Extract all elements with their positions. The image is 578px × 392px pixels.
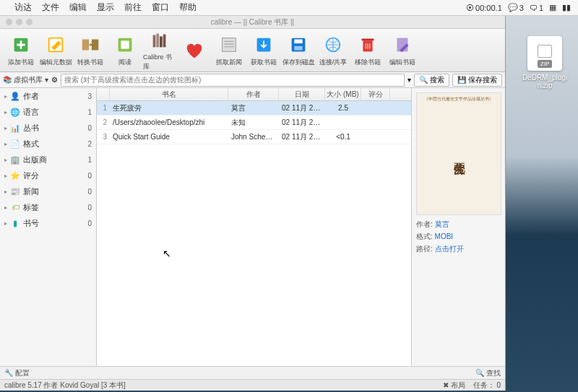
toolbar-connect-share[interactable]: 连接/共享 [316,32,350,69]
menu-help[interactable]: 帮助 [179,1,197,14]
search-dropdown-icon[interactable]: ▾ [407,76,411,84]
col-rating[interactable]: 评分 [361,88,390,100]
svg-rect-16 [294,40,302,44]
detail-panel: 《中国当代最佳文学作品珍藏丛书》 生死疲劳 作者: 莫言格式: MOBI路径: … [411,88,505,366]
edit-book-icon [391,33,414,56]
menu-go[interactable]: 前往 [124,1,142,14]
fetch-news-icon [217,33,241,56]
menu-window[interactable]: 窗口 [152,1,169,14]
menu-app[interactable]: 访达 [14,1,32,14]
svg-rect-9 [163,34,166,47]
format-icon: 📄 [10,139,20,149]
library-icon [148,30,171,51]
book-cover[interactable]: 《中国当代最佳文学作品珍藏丛书》 生死疲劳 [416,92,501,215]
sidebar: ▸👤作者3▸🌐语言1▸📊丛书0▸📄格式2▸🏢出版商1▸⭐评分0▸📰新闻0▸🏷标签… [0,88,97,366]
svg-rect-10 [223,38,236,52]
status-text: calibre 5.17 作者 Kovid Goyal [3 本书] [4,380,126,391]
table-row[interactable]: 2/Users/zhaoolee/Desktop/zhi未知02 11月 202… [97,116,411,130]
search-row: 📚 虚拟书库 ▾ ⚙ ▾ 🔍 搜索 💾 保存搜索 [0,72,505,88]
svg-rect-20 [362,39,374,41]
sidebar-item-person[interactable]: ▸👤作者3 [0,88,96,104]
sidebar-item-globe[interactable]: ▸🌐语言1 [0,104,96,120]
tray-icon-2[interactable]: ▮▮ [562,3,571,12]
detail-link[interactable]: 莫言 [435,220,449,228]
sidebar-item-rating[interactable]: ▸⭐评分0 [0,167,96,183]
max-dot[interactable] [26,19,33,25]
svg-rect-3 [92,40,98,51]
person-icon: 👤 [10,91,20,101]
min-dot[interactable] [16,19,22,25]
sidebar-item-news[interactable]: ▸📰新闻0 [0,183,96,199]
rating-icon: ⭐ [10,170,20,180]
status-bar: calibre 5.17 作者 Kovid Goyal [3 本书] ✖ 布局 … [0,379,505,391]
layout-button[interactable]: ✖ 布局 [443,381,465,389]
toolbar-heart[interactable] [178,32,211,69]
find-button[interactable]: 🔍 查找 [475,368,501,378]
toolbar-get-book[interactable]: 获取书籍 [247,32,280,69]
cover-banner: 《中国当代最佳文学作品珍藏丛书》 [420,96,498,103]
sidebar-item-series[interactable]: ▸📊丛书0 [0,120,96,136]
svg-rect-2 [82,40,89,51]
tag-icon: 🏷 [10,202,20,212]
toolbar-fetch-news[interactable]: 抓取新闻 [212,32,246,69]
svg-rect-7 [156,33,159,47]
toolbar-remove-book[interactable]: 移除书籍 [351,32,384,69]
remove-book-icon [356,33,379,56]
publisher-icon: 🏢 [10,154,20,165]
detail-link[interactable]: 点击打开 [435,245,464,253]
desktop-file[interactable]: ZIP DeDRM_plugin.zip [522,36,568,90]
search-input[interactable] [61,74,405,87]
virtual-library-button[interactable]: 📚 虚拟书库 ▾ [3,75,48,85]
globe-icon: 🌐 [10,107,20,117]
detail-row: 路径: 点击打开 [416,244,501,254]
window-title: calibre — || Calibre 书库 || [211,17,294,27]
book-list: 书名 作者 日期 大小 (MB) 评分 1生死疲劳莫言02 11月 20202.… [97,88,411,366]
convert-book-icon [79,33,102,56]
news-icon: 📰 [10,186,20,196]
detail-link[interactable]: MOBI [435,232,454,240]
col-author[interactable]: 作者 [228,88,279,100]
svg-rect-17 [294,46,302,51]
mac-menubar: 访达 文件 编辑 显示 前往 窗口 帮助 ⦿ 00:00.1 💬 3 🗨 1 ▦… [0,0,578,16]
toolbar-convert-book[interactable]: 转换书籍 [74,32,107,69]
toolbar: 添加书籍编辑元数据转换书籍阅读Calibre 书库抓取新闻获取书籍保存到磁盘连接… [0,29,505,72]
chat-icon[interactable]: 💬 3 [508,3,524,12]
menubar-right: ⦿ 00:00.1 💬 3 🗨 1 ▦ ▮▮ [466,3,571,12]
detail-row: 格式: MOBI [416,232,501,242]
menu-view[interactable]: 显示 [97,1,114,14]
toolbar-read[interactable]: 阅读 [108,32,142,69]
svg-rect-8 [160,36,163,47]
calibre-window: calibre — || Calibre 书库 || 添加书籍编辑元数据转换书籍… [0,16,506,391]
save-search-button[interactable]: 💾 保存搜索 [452,74,502,87]
desktop-filename: DeDRM_plugin.zip [522,74,568,90]
menu-edit[interactable]: 编辑 [69,1,87,14]
window-titlebar: calibre — || Calibre 书库 || [0,16,505,29]
col-title[interactable]: 书名 [110,88,228,100]
col-date[interactable]: 日期 [279,88,325,100]
toolbar-add-book[interactable]: 添加书籍 [4,32,38,69]
id-icon: ▮ [10,218,20,228]
col-size[interactable]: 大小 (MB) [325,88,361,100]
detail-row: 作者: 莫言 [416,219,501,230]
config-button[interactable]: 🔧 配置 [4,368,30,378]
wechat-icon[interactable]: 🗨 1 [530,4,543,12]
sidebar-item-tag[interactable]: ▸🏷标签0 [0,199,96,215]
toolbar-library[interactable]: Calibre 书库 [143,32,176,69]
menu-file[interactable]: 文件 [42,1,59,14]
sidebar-item-id[interactable]: ▸▮书号0 [0,215,96,231]
toolbar-save-disk[interactable]: 保存到磁盘 [282,32,315,69]
toolbar-edit-book[interactable]: 编辑书籍 [386,32,419,69]
read-icon [113,33,137,56]
sidebar-item-format[interactable]: ▸📄格式2 [0,136,96,152]
table-row[interactable]: 3Quick Start GuideJohn Schember02 11月 20… [97,130,411,144]
toolbar-edit-metadata[interactable]: 编辑元数据 [39,32,72,69]
jobs-label[interactable]: 任务： 0 [473,381,501,389]
sidebar-item-publisher[interactable]: ▸🏢出版商1 [0,152,96,167]
search-button[interactable]: 🔍 搜索 [414,74,449,87]
svg-rect-5 [121,40,129,48]
close-dot[interactable] [6,19,12,25]
tray-icon-1[interactable]: ▦ [549,3,556,12]
table-row[interactable]: 1生死疲劳莫言02 11月 20202.5 [97,101,411,116]
gear-icon[interactable]: ⚙ [51,76,58,84]
series-icon: 📊 [10,123,20,133]
